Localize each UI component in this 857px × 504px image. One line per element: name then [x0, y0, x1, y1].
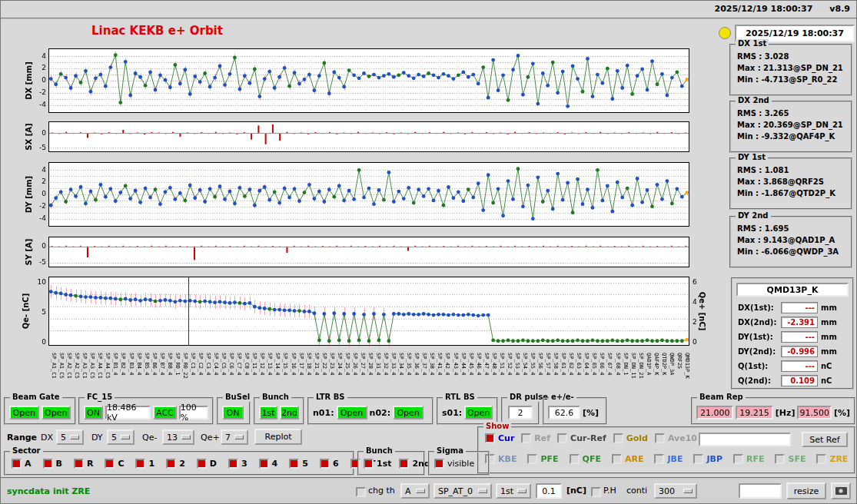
count-select[interactable]: 300 [654, 483, 697, 499]
range-dy-select[interactable]: 5 [107, 429, 135, 445]
dropdown-indicator-icon [181, 435, 191, 439]
sector-label: D [210, 459, 217, 469]
sector-item: C [105, 459, 124, 469]
sector-checkbox[interactable] [320, 459, 330, 469]
range-dx-select[interactable]: 5 [56, 429, 84, 445]
count-select-value: 300 [659, 486, 675, 496]
monitor-device-name[interactable]: QMD13P_K [736, 283, 849, 297]
dropdown-indicator-icon [683, 489, 693, 493]
fc15-on-button[interactable]: ON [84, 406, 103, 419]
overlay-option: JBP [693, 454, 722, 464]
rtl-s01-label: s01: [442, 408, 462, 418]
overlay-option-checkbox[interactable] [775, 454, 785, 464]
sector-item: 2 [166, 459, 185, 469]
ltr-n02-open-button[interactable]: Open [393, 406, 424, 419]
range-qep-select[interactable]: 7 [221, 429, 248, 445]
qe-plus-axis-label: Qe+ [nC] [698, 292, 706, 331]
range-dy-label: DY [91, 433, 103, 443]
busel-on-button[interactable]: ON [222, 406, 244, 419]
busel-group: BuSel ON [217, 397, 251, 425]
overlay-option-checkbox[interactable] [816, 454, 826, 464]
show-option-checkbox[interactable] [613, 433, 623, 443]
sector-checkbox[interactable] [259, 459, 269, 469]
sector-label: 1 [148, 459, 154, 469]
bunch-select[interactable]: 1st [496, 483, 531, 499]
sector-item: 4 [259, 459, 278, 469]
sector-checkbox[interactable] [43, 459, 53, 469]
overlay-option: JBE [654, 454, 683, 464]
show-option-checkbox[interactable] [557, 433, 567, 443]
resize-button[interactable]: resize [786, 482, 826, 499]
overlay-option-label: QFE [583, 454, 601, 464]
bunch-item: 2nd [399, 459, 430, 469]
sector-checkbox[interactable] [166, 459, 176, 469]
ref-file-input[interactable] [699, 433, 791, 446]
camera-icon [835, 487, 847, 495]
beam-rep-value2: 19.215 [736, 406, 772, 419]
bunch-checkbox[interactable] [399, 459, 409, 469]
monitor-row-label: DX(1st): [738, 303, 778, 312]
bpm-name-axis [18, 350, 722, 393]
bunch-checkbox[interactable] [364, 459, 374, 469]
beam-gate-open1-button[interactable]: Open [9, 406, 39, 419]
replot-button[interactable]: Replot [254, 429, 302, 445]
beam-gate-group: Beam Gate Open Open [4, 397, 76, 425]
overlay-option-checkbox[interactable] [693, 454, 703, 464]
monitor-row-label: DY(1st): [738, 333, 778, 341]
sector-checkbox[interactable] [135, 459, 145, 469]
max-line: Max : 3.868@QRF2S [737, 176, 851, 187]
show-option-checkbox[interactable] [485, 433, 495, 443]
sigma-visible-checkbox[interactable] [434, 459, 444, 469]
header-datetime: 2025/12/19 18:00:37 [715, 4, 813, 14]
overlay-option-checkbox[interactable] [527, 454, 537, 464]
fc15-acc-button[interactable]: ACC [153, 406, 177, 419]
range-qem-select[interactable]: 13 [162, 429, 194, 445]
overlay-option-checkbox[interactable] [612, 454, 622, 464]
show-option: Gold [613, 433, 648, 443]
group-title: DY 1st [736, 153, 768, 162]
sector-checkbox[interactable] [74, 459, 84, 469]
rtl-s01-open-button[interactable]: Open [464, 406, 493, 419]
sector-checkbox[interactable] [12, 459, 22, 469]
ph-checkbox[interactable] [591, 487, 601, 497]
sector-checkbox[interactable] [289, 459, 299, 469]
max-line: Max : 9.143@QAD1P_A [737, 234, 851, 246]
beam-gate-open2-button[interactable]: Open [42, 406, 71, 419]
set-ref-button[interactable]: Set Ref [802, 432, 848, 447]
sector-checkbox[interactable] [105, 459, 115, 469]
group-title: DX 2nd [736, 96, 772, 105]
chg-th-checkbox[interactable] [356, 487, 366, 497]
sector-checkbox[interactable] [228, 459, 238, 469]
threshold-input[interactable]: 0.1 [536, 483, 562, 499]
show-option-checkbox[interactable] [521, 433, 531, 443]
ratio-value: 62.6 [548, 406, 580, 419]
sector-item: 3 [228, 459, 247, 469]
sn apshot-button[interactable] [831, 482, 851, 499]
monitor-row-unit: nC [821, 362, 832, 370]
ltr-n02-label: n02: [370, 408, 391, 418]
overlay-option-checkbox[interactable] [733, 454, 743, 464]
ltr-n01-open-button[interactable]: Open [337, 406, 367, 419]
bpm-select[interactable]: SP_AT_0 [433, 483, 492, 499]
dy-1st-stats-group: DY 1st RMS : 1.081 Max : 3.868@QRF2S Min… [729, 158, 852, 210]
overlay-option-checkbox[interactable] [654, 454, 664, 464]
sy-steering-plot [18, 234, 694, 270]
aux-entry[interactable] [739, 483, 782, 499]
bunch-1st-button[interactable]: 1st [259, 406, 277, 419]
monitor-row-unit: nC [821, 376, 832, 385]
sector-group: Sector A B R C [4, 451, 354, 476]
monitor-row-label: Q(1st): [738, 362, 778, 370]
min-line: Min : -1.867@QTD2P_K [737, 187, 851, 199]
group-title: LTR BS [314, 393, 347, 402]
show-option-label: Ave10 [668, 433, 697, 443]
overlay-option: ARE [612, 454, 644, 464]
sigma-visible-label: visible [447, 459, 474, 469]
overlay-option-checkbox[interactable] [570, 454, 580, 464]
status-message: syncdata init ZRE [7, 486, 90, 496]
show-option-checkbox[interactable] [655, 433, 665, 443]
ltr-bs-group: LTR BS n01: Open n02: Open [307, 397, 433, 425]
sector-select[interactable]: A [400, 483, 430, 499]
sector-checkbox[interactable] [197, 459, 207, 469]
overlay-option: PFE [527, 454, 558, 464]
bunch-2nd-button[interactable]: 2nd [280, 406, 299, 419]
